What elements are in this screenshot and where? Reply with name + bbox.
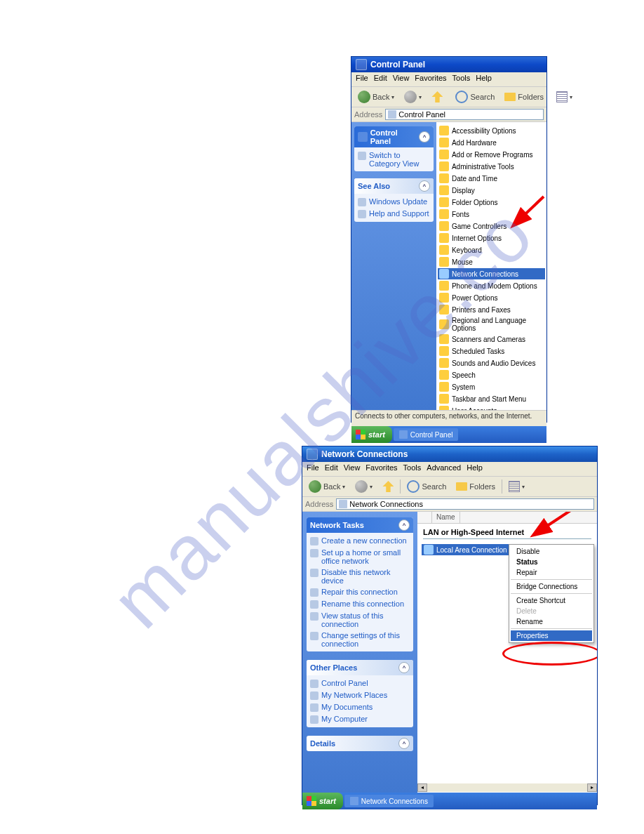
cpl-item[interactable]: Phone and Modem Options (438, 280, 545, 291)
task-view-status[interactable]: View status of this connection (310, 611, 410, 628)
cpl-item[interactable]: Accessibility Options (438, 125, 545, 136)
computer-icon (310, 715, 318, 724)
task-repair[interactable]: Repair this connection (310, 588, 410, 597)
panel-details: Details^ (307, 736, 413, 751)
views-button[interactable]: ▾ (505, 479, 528, 494)
start-button[interactable]: start (351, 426, 392, 443)
task-rename[interactable]: Rename this connection (310, 600, 410, 609)
address-field[interactable]: Network Connections (336, 498, 594, 510)
power-icon (439, 293, 449, 303)
folders-button[interactable]: Folders (452, 480, 499, 493)
menu-help[interactable]: Help (476, 74, 492, 86)
search-button[interactable]: Search (403, 478, 450, 495)
cpl-item[interactable]: Folder Options (438, 197, 545, 208)
cpl-item[interactable]: Speech (438, 369, 545, 380)
collapse-icon[interactable]: ^ (419, 180, 430, 192)
taskbar-button-control-panel[interactable]: Control Panel (394, 428, 459, 441)
cpl-item[interactable]: Mouse (438, 256, 545, 267)
menu-edit[interactable]: Edit (374, 74, 387, 86)
search-button[interactable]: Search (452, 88, 498, 105)
cpl-item[interactable]: Power Options (438, 292, 545, 303)
menu-help[interactable]: Help (467, 463, 483, 476)
network-icon (439, 269, 449, 279)
folder-options-icon (439, 197, 449, 207)
menu-tools[interactable]: Tools (403, 463, 422, 476)
menu-favorites[interactable]: Favorites (365, 463, 397, 476)
collapse-icon[interactable]: ^ (398, 519, 410, 531)
back-button[interactable]: Back▾ (305, 478, 349, 495)
cpl-item[interactable]: User Accounts (438, 405, 545, 410)
link-network-places[interactable]: My Network Places (310, 691, 410, 700)
menu-file[interactable]: File (356, 74, 368, 86)
cpl-item[interactable]: Add or Remove Programs (438, 149, 545, 160)
collapse-icon[interactable]: ^ (398, 738, 410, 749)
cpl-item[interactable]: Sounds and Audio Devices (438, 357, 545, 369)
ctx-rename[interactable]: Rename (511, 616, 592, 627)
menubar: File Edit View Favorites Tools Advanced … (302, 462, 597, 477)
cpl-item[interactable]: Regional and Language Options (438, 316, 545, 333)
cpl-item[interactable]: Date and Time (438, 173, 545, 184)
link-my-computer[interactable]: My Computer (310, 715, 410, 724)
folders-button[interactable]: Folders (501, 91, 547, 103)
collapse-icon[interactable]: ^ (398, 662, 410, 673)
menu-tools[interactable]: Tools (452, 74, 471, 86)
menu-file[interactable]: File (307, 463, 319, 476)
new-connection-icon (310, 537, 318, 545)
connection-item-local-area[interactable]: Local Area Connection (422, 544, 511, 555)
toolbar: Back▾ ▾ Search Folders ▾ (351, 87, 546, 107)
up-button[interactable] (428, 89, 446, 105)
taskbar-icon (439, 394, 449, 404)
menu-favorites[interactable]: Favorites (415, 74, 446, 86)
cpl-item[interactable]: Add Hardware (438, 137, 545, 148)
collapse-icon[interactable]: ^ (419, 131, 430, 143)
views-button[interactable]: ▾ (553, 89, 576, 105)
ctx-repair[interactable]: Repair (511, 567, 592, 578)
column-name[interactable]: Name (432, 512, 460, 523)
menu-view[interactable]: View (344, 463, 361, 476)
cpl-item[interactable]: Keyboard (438, 244, 545, 256)
ctx-properties[interactable]: Properties (511, 630, 592, 641)
ctx-disable[interactable]: Disable (511, 546, 592, 557)
cpl-item[interactable]: Printers and Faxes (438, 304, 545, 315)
link-my-documents[interactable]: My Documents (310, 703, 410, 712)
up-button[interactable] (379, 479, 397, 494)
cpl-item[interactable]: Scheduled Tasks (438, 345, 545, 357)
ctx-status[interactable]: Status (511, 557, 592, 567)
menu-edit[interactable]: Edit (325, 463, 338, 476)
scroll-right-icon[interactable]: ▸ (587, 783, 597, 792)
link-switch-category[interactable]: Switch to Category View (358, 151, 430, 168)
menu-view[interactable]: View (393, 74, 410, 86)
task-change-settings[interactable]: Change settings of this connection (310, 631, 410, 648)
icon-list: Accessibility Options Add Hardware Add o… (436, 122, 546, 410)
taskbar: start Control Panel (351, 426, 546, 443)
cpl-item[interactable]: Taskbar and Start Menu (438, 393, 545, 404)
ctx-create-shortcut[interactable]: Create Shortcut (511, 595, 592, 606)
menu-advanced[interactable]: Advanced (427, 463, 461, 476)
back-button[interactable]: Back▾ (354, 88, 398, 105)
control-panel-icon (310, 680, 318, 688)
link-control-panel[interactable]: Control Panel (310, 679, 410, 688)
taskbar: start Network Connections (302, 793, 597, 809)
cpl-item[interactable]: Administrative Tools (438, 161, 545, 172)
task-create-connection[interactable]: Create a new connection (310, 536, 410, 545)
taskbar-button-network-connections[interactable]: Network Connections (344, 795, 434, 807)
address-field[interactable]: Control Panel (385, 109, 544, 120)
windows-flag-icon (307, 796, 316, 806)
cpl-item[interactable]: Display (438, 185, 545, 196)
link-help-support[interactable]: Help and Support (358, 209, 430, 218)
task-home-network[interactable]: Set up a home or small office network (310, 548, 410, 565)
cpl-item[interactable]: System (438, 381, 545, 392)
task-disable-device[interactable]: Disable this network device (310, 568, 410, 585)
cpl-item-selected-network-connections[interactable]: Network Connections (438, 268, 545, 279)
cpl-item[interactable]: Fonts (438, 208, 545, 220)
link-windows-update[interactable]: Windows Update (358, 197, 430, 206)
horizontal-scrollbar[interactable]: ◂ ▸ (417, 783, 597, 792)
ctx-delete: Delete (511, 606, 592, 616)
scroll-left-icon[interactable]: ◂ (417, 783, 427, 792)
ctx-bridge[interactable]: Bridge Connections (511, 581, 592, 592)
cpl-item[interactable]: Scanners and Cameras (438, 333, 545, 345)
users-icon (439, 406, 449, 410)
start-button[interactable]: start (302, 793, 343, 809)
cpl-item[interactable]: Game Controllers (438, 220, 545, 232)
cpl-item[interactable]: Internet Options (438, 232, 545, 244)
